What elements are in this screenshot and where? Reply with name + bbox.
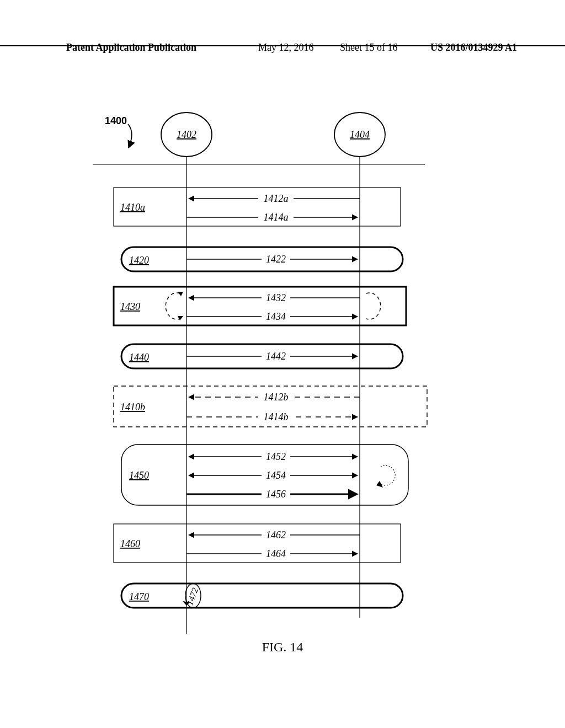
- entity-left-label: 1402: [177, 129, 196, 140]
- block-1410b-label: 1410b: [120, 402, 145, 413]
- msg-1412a-label: 1412a: [264, 193, 289, 204]
- overall-ref-arrow: [128, 124, 132, 148]
- msg-1454-label: 1454: [266, 470, 286, 481]
- block-1420-label: 1420: [129, 255, 149, 266]
- figure-caption: FIG. 14: [0, 640, 565, 655]
- entity-right-label: 1404: [350, 129, 370, 140]
- block-1470-label: 1470: [129, 591, 149, 602]
- block-1460-label: 1460: [120, 538, 140, 549]
- overall-ref: 1400: [105, 115, 127, 126]
- patent-page: Patent Application Publication May 12, 2…: [0, 0, 565, 728]
- msg-1434-label: 1434: [266, 311, 286, 322]
- msg-1462-label: 1462: [266, 529, 286, 540]
- msg-1456-label: 1456: [266, 489, 286, 500]
- loop-1430-left: [166, 293, 180, 319]
- block-1410a: [114, 188, 401, 226]
- block-1430-label: 1430: [120, 301, 140, 312]
- block-1460: [114, 524, 401, 563]
- msg-1442-label: 1442: [266, 351, 286, 362]
- msg-1414b-label: 1414b: [264, 411, 289, 422]
- block-1470: [121, 584, 403, 608]
- block-1430: [114, 287, 406, 325]
- block-1450-label: 1450: [129, 470, 149, 481]
- msg-1414a-label: 1414a: [264, 212, 289, 223]
- block-1410a-label: 1410a: [120, 202, 145, 213]
- loop-1430-right: [366, 293, 381, 319]
- sequence-diagram: 1400 1402 1404 1410a 1412a 1414a 1420 14…: [0, 0, 565, 728]
- msg-1464-label: 1464: [266, 548, 286, 559]
- msg-1452-label: 1452: [266, 451, 286, 462]
- msg-1432-label: 1432: [266, 292, 286, 303]
- loop-1450-right: [381, 465, 395, 485]
- msg-1422-label: 1422: [266, 254, 286, 265]
- msg-1412b-label: 1412b: [264, 392, 289, 403]
- block-1440-label: 1440: [129, 352, 149, 363]
